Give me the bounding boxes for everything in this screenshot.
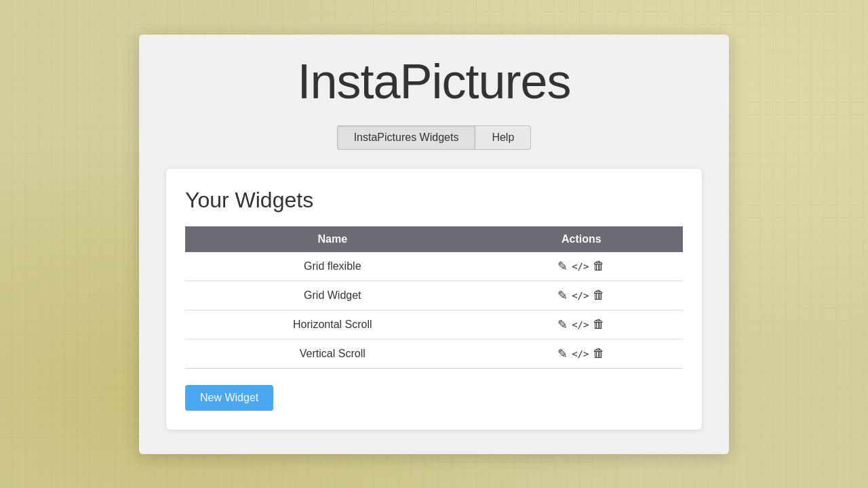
code-icon[interactable]: </> — [572, 319, 589, 330]
widget-actions-cell: ✎</>🗑 — [480, 339, 683, 368]
widget-name-cell: Grid flexible — [185, 252, 480, 281]
widget-actions-cell: ✎</>🗑 — [480, 310, 683, 339]
main-window: InstaPictures InstaPictures Widgets Help… — [139, 35, 729, 454]
table-header-row: Name Actions — [185, 226, 683, 252]
delete-icon[interactable]: 🗑 — [593, 259, 605, 273]
code-icon[interactable]: </> — [572, 348, 589, 359]
nav-bar: InstaPictures Widgets Help — [337, 125, 532, 150]
action-icons-group: ✎</>🗑 — [491, 288, 672, 303]
widget-actions-cell: ✎</>🗑 — [480, 281, 683, 310]
delete-icon[interactable]: 🗑 — [593, 288, 605, 302]
code-icon[interactable]: </> — [572, 290, 589, 301]
widget-name-cell: Vertical Scroll — [185, 339, 480, 368]
col-header-name: Name — [185, 226, 480, 252]
delete-icon[interactable]: 🗑 — [593, 346, 605, 361]
content-panel: Your Widgets Name Actions Grid flexible✎… — [166, 169, 702, 430]
action-icons-group: ✎</>🗑 — [491, 346, 672, 361]
nav-help-button[interactable]: Help — [475, 125, 531, 150]
nav-widgets-button[interactable]: InstaPictures Widgets — [337, 125, 475, 150]
table-row: Grid flexible✎</>🗑 — [185, 252, 683, 281]
action-icons-group: ✎</>🗑 — [491, 259, 672, 274]
edit-icon[interactable]: ✎ — [557, 259, 568, 274]
table-row: Grid Widget✎</>🗑 — [185, 281, 683, 310]
table-row: Horizontal Scroll✎</>🗑 — [185, 310, 683, 339]
widget-actions-cell: ✎</>🗑 — [480, 252, 683, 281]
delete-icon[interactable]: 🗑 — [593, 317, 605, 331]
edit-icon[interactable]: ✎ — [557, 288, 568, 303]
table-row: Vertical Scroll✎</>🗑 — [185, 339, 683, 368]
widget-name-cell: Grid Widget — [185, 281, 480, 310]
edit-icon[interactable]: ✎ — [557, 346, 568, 361]
widget-table: Name Actions Grid flexible✎</>🗑Grid Widg… — [185, 226, 683, 369]
app-title: InstaPictures — [297, 54, 570, 109]
section-title: Your Widgets — [185, 188, 683, 213]
col-header-actions: Actions — [480, 226, 683, 252]
code-icon[interactable]: </> — [572, 261, 589, 272]
edit-icon[interactable]: ✎ — [557, 317, 568, 332]
new-widget-button[interactable]: New Widget — [185, 385, 273, 411]
action-icons-group: ✎</>🗑 — [491, 317, 672, 332]
widget-name-cell: Horizontal Scroll — [185, 310, 480, 339]
